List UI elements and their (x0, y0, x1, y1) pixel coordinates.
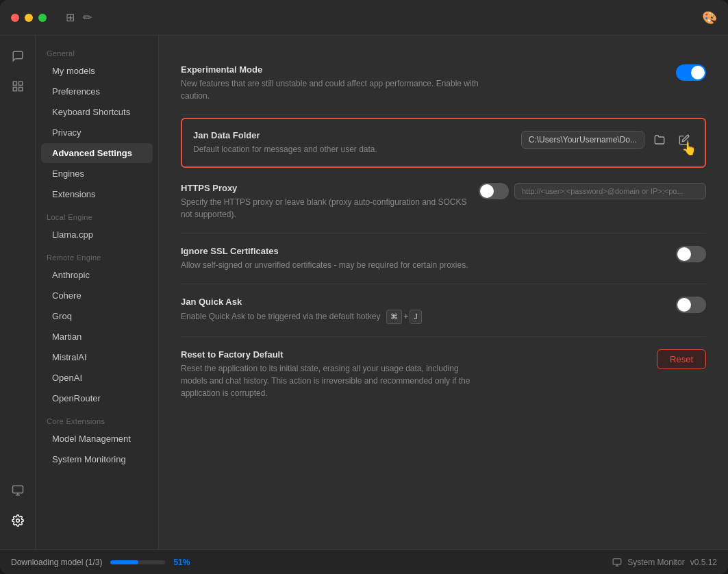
sidebar-item-llama-cpp[interactable]: Llama.cpp (41, 225, 153, 245)
folder-path-display: C:\Users\YourUsername\Do... (521, 131, 644, 149)
progress-bar-background (110, 560, 165, 564)
ignore-ssl-toggle-knob (677, 247, 691, 261)
experimental-mode-title: Experimental Mode (181, 64, 665, 75)
https-proxy-toggle-knob (480, 184, 494, 198)
progress-bar-fill (110, 560, 138, 564)
quick-ask-desc: Enable Quick Ask to be triggered via the… (181, 310, 482, 324)
ignore-ssl-toggle[interactable] (676, 246, 706, 262)
https-proxy-toggle[interactable] (479, 183, 509, 199)
left-icon-bar-bottom (5, 478, 30, 541)
svg-rect-4 (12, 486, 23, 493)
sidebar: General My models Preferences Keyboard S… (36, 36, 159, 549)
sidebar-item-extensions[interactable]: Extensions (41, 184, 153, 204)
ignore-ssl-title: Ignore SSL Certificates (181, 246, 665, 256)
titlebar-icons: ⊞ ✏ (66, 11, 92, 24)
chat-icon-btn[interactable] (5, 44, 30, 68)
sidebar-item-martian[interactable]: Martian (41, 327, 153, 347)
sidebar-item-openrouter[interactable]: OpenRouter (41, 388, 153, 408)
sidebar-item-mistralai[interactable]: MistralAI (41, 347, 153, 367)
experimental-mode-toggle-knob (691, 66, 705, 79)
quick-ask-control (676, 297, 706, 313)
download-label: Downloading model (1/3) (11, 558, 102, 567)
jan-data-folder-control: C:\Users\YourUsername\Do... (521, 130, 694, 149)
version-label: v0.5.12 (690, 558, 717, 567)
quick-ask-toggle[interactable] (676, 297, 706, 313)
main-window: ⊞ ✏ 🎨 (0, 0, 728, 574)
quick-ask-row: Jan Quick Ask Enable Quick Ask to be tri… (181, 284, 706, 337)
maximize-button[interactable] (38, 14, 47, 22)
main-layout: General My models Preferences Keyboard S… (0, 36, 728, 549)
experimental-mode-toggle[interactable] (676, 64, 706, 81)
svg-rect-1 (18, 82, 22, 85)
grid-icon-btn[interactable] (5, 74, 30, 99)
sidebar-item-privacy[interactable]: Privacy (41, 123, 153, 142)
experimental-mode-control (676, 64, 706, 81)
close-button[interactable] (11, 14, 19, 22)
monitor-icon-btn[interactable] (5, 478, 30, 503)
general-section-label: General (36, 41, 158, 60)
sidebar-item-keyboard-shortcuts[interactable]: Keyboard Shortcuts (41, 102, 153, 122)
reset-factory-info: Reset to Factory Default Reset the appli… (181, 349, 646, 399)
jan-data-folder-desc: Default location for messages and other … (193, 143, 494, 155)
sidebar-item-engines[interactable]: Engines (41, 164, 153, 184)
hotkey-cmd-badge: ⌘ (386, 310, 402, 324)
jan-data-folder-inner: Jan Data Folder Default location for mes… (193, 130, 694, 155)
sidebar-item-openai[interactable]: OpenAI (41, 368, 153, 388)
reset-factory-title: Reset to Factory Default (181, 349, 646, 360)
quick-ask-info: Jan Quick Ask Enable Quick Ask to be tri… (181, 297, 665, 324)
hotkey-plus: + (403, 310, 408, 323)
ignore-ssl-desc: Allow self-signed or unverified certific… (181, 259, 482, 271)
svg-point-7 (16, 519, 19, 523)
sidebar-item-preferences[interactable]: Preferences (41, 82, 153, 101)
palette-icon[interactable]: 🎨 (702, 10, 717, 25)
jan-data-folder-title: Jan Data Folder (193, 130, 510, 140)
sidebar-item-my-models[interactable]: My models (41, 61, 153, 81)
system-monitor-icon (612, 558, 622, 567)
experimental-mode-row: Experimental Mode New features that are … (181, 52, 706, 115)
svg-rect-3 (18, 88, 22, 91)
hotkey-j-badge: J (410, 310, 422, 324)
reset-factory-control: Reset (657, 349, 706, 369)
edit-icon[interactable]: ✏ (83, 11, 92, 24)
https-proxy-info: HTTPS Proxy Specify the HTTPS proxy or l… (181, 183, 468, 221)
sidebar-item-anthropic[interactable]: Anthropic (41, 265, 153, 285)
minimize-button[interactable] (25, 14, 33, 22)
ignore-ssl-info: Ignore SSL Certificates Allow self-signe… (181, 246, 665, 271)
sidebar-item-system-monitoring[interactable]: System Monitoring (41, 449, 153, 469)
sidebar-item-model-management[interactable]: Model Management (41, 429, 153, 449)
edit-folder-icon[interactable]: 👆 (675, 130, 694, 149)
reset-factory-desc: Reset the application to its initial sta… (181, 362, 482, 399)
https-proxy-input[interactable] (514, 183, 706, 199)
traffic-lights (11, 14, 47, 22)
core-extensions-section-label: Core Extensions (36, 409, 158, 428)
svg-rect-0 (13, 82, 16, 85)
jan-data-folder-info: Jan Data Folder Default location for mes… (193, 130, 510, 155)
sidebar-item-advanced-settings[interactable]: Advanced Settings (41, 143, 153, 163)
sidebar-toggle-icon[interactable]: ⊞ (66, 11, 75, 24)
ignore-ssl-row: Ignore SSL Certificates Allow self-signe… (181, 234, 706, 284)
reset-button[interactable]: Reset (657, 349, 706, 369)
https-proxy-row: HTTPS Proxy Specify the HTTPS proxy or l… (181, 171, 706, 234)
bottom-bar: Downloading model (1/3) 51% System Monit… (0, 549, 728, 574)
progress-percent: 51% (173, 558, 190, 567)
bottom-right: System Monitor v0.5.12 (612, 558, 717, 567)
remote-engine-section-label: Remote Engine (36, 245, 158, 264)
left-icon-bar (0, 36, 36, 549)
titlebar: ⊞ ✏ 🎨 (0, 0, 728, 36)
system-monitor-label: System Monitor (627, 558, 684, 567)
jan-data-folder-row: Jan Data Folder Default location for mes… (181, 118, 706, 168)
quick-ask-hotkey: ⌘ + J (383, 310, 422, 324)
https-proxy-control (479, 183, 706, 199)
ignore-ssl-control (676, 246, 706, 262)
folder-open-icon[interactable] (650, 130, 669, 149)
sidebar-item-groq[interactable]: Groq (41, 306, 153, 326)
experimental-mode-desc: New features that are still unstable and… (181, 77, 482, 102)
reset-factory-row: Reset to Factory Default Reset the appli… (181, 337, 706, 412)
sidebar-item-cohere[interactable]: Cohere (41, 286, 153, 305)
settings-icon-btn[interactable] (5, 508, 30, 533)
local-engine-section-label: Local Engine (36, 205, 158, 224)
https-proxy-title: HTTPS Proxy (181, 183, 468, 193)
experimental-mode-info: Experimental Mode New features that are … (181, 64, 665, 102)
https-proxy-desc: Specify the HTTPS proxy or leave blank (… (181, 196, 468, 221)
svg-rect-8 (613, 558, 621, 564)
